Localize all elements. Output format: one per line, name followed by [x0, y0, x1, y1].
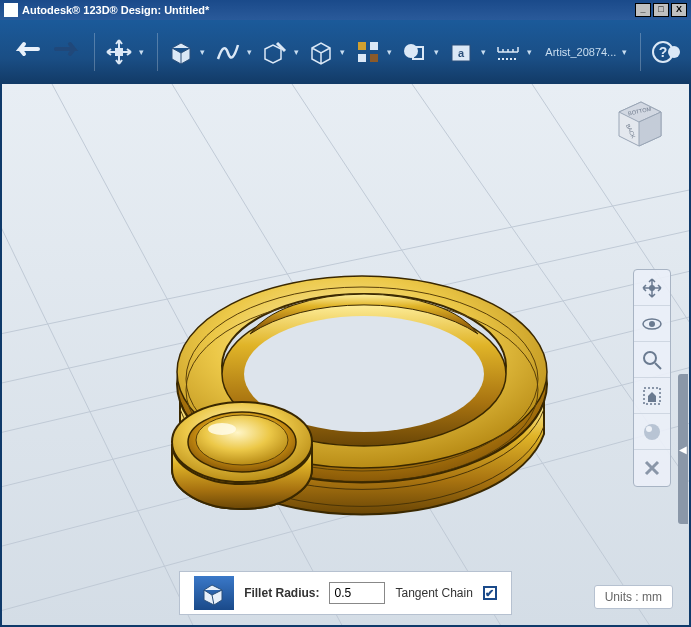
viewcube[interactable]: BOTTOM BACK: [609, 92, 669, 152]
app-name: Autodesk® 123D® Design:: [22, 4, 161, 16]
move-dropdown[interactable]: ▾: [139, 47, 147, 57]
combine-button[interactable]: a: [448, 32, 475, 72]
svg-rect-1: [358, 42, 366, 50]
model-gold-ring[interactable]: [132, 234, 562, 574]
svg-text:a: a: [458, 47, 465, 59]
magnifier-icon: [641, 349, 663, 371]
zoom-button[interactable]: [634, 342, 670, 378]
titlebar: Autodesk® 123D® Design: Untitled* _ □ X: [0, 0, 691, 20]
units-label: Units : mm: [605, 590, 662, 604]
pan-icon: [641, 277, 663, 299]
checkmark-icon: ✔: [485, 587, 494, 600]
cube-outline-icon: [308, 39, 334, 65]
svg-point-37: [649, 321, 655, 327]
fillet-radius-input[interactable]: [329, 582, 385, 604]
sketch-button[interactable]: [214, 32, 241, 72]
sphere-shaded-icon: [641, 421, 663, 443]
svg-line-39: [655, 363, 661, 369]
overlap-shapes-icon: [401, 39, 427, 65]
undo-button[interactable]: [10, 32, 44, 72]
svg-rect-2: [370, 42, 378, 50]
construct-dropdown[interactable]: ▾: [294, 47, 302, 57]
grouping-button[interactable]: [401, 32, 428, 72]
window-title: Autodesk® 123D® Design: Untitled*: [22, 4, 633, 16]
cube-shaded-icon: [168, 39, 194, 65]
cube-pencil-icon: [261, 39, 287, 65]
move-tool-button[interactable]: [105, 32, 133, 72]
svg-point-33: [196, 415, 288, 465]
fillet-radius-label: Fillet Radius:: [244, 586, 319, 600]
svg-point-10: [668, 46, 680, 58]
panel-expand-handle[interactable]: ◀: [678, 374, 688, 524]
app-icon: [4, 3, 18, 17]
sketch-spline-icon: [214, 39, 240, 65]
minimize-button[interactable]: _: [635, 3, 651, 17]
close-nav-button[interactable]: [634, 450, 670, 486]
svg-point-35: [649, 285, 655, 291]
pattern-button[interactable]: [354, 32, 381, 72]
close-button[interactable]: X: [671, 3, 687, 17]
tangent-chain-checkbox[interactable]: ✔: [483, 586, 497, 600]
fit-button[interactable]: [634, 378, 670, 414]
pattern-grid-icon: [356, 40, 380, 64]
grouping-dropdown[interactable]: ▾: [434, 47, 442, 57]
undo-arrow-icon: [10, 41, 44, 63]
modify-dropdown[interactable]: ▾: [340, 47, 348, 57]
svg-rect-0: [115, 48, 123, 56]
svg-point-38: [644, 352, 656, 364]
svg-point-34: [208, 423, 236, 435]
orbit-button[interactable]: [634, 306, 670, 342]
measure-dropdown[interactable]: ▾: [527, 47, 535, 57]
orbit-icon: [641, 313, 663, 335]
tangent-chain-label: Tangent Chain: [395, 586, 472, 600]
primitives-button[interactable]: [167, 32, 194, 72]
svg-rect-3: [358, 54, 366, 62]
fillet-tool-icon: [194, 576, 234, 610]
maximize-button[interactable]: □: [653, 3, 669, 17]
svg-point-41: [644, 424, 660, 440]
move-icon: [105, 38, 133, 66]
redo-arrow-icon: [50, 41, 84, 63]
svg-point-42: [646, 426, 652, 432]
toolbar-separator: [157, 33, 158, 71]
modify-button[interactable]: [308, 32, 335, 72]
primitives-dropdown[interactable]: ▾: [200, 47, 208, 57]
box-a-icon: a: [448, 39, 474, 65]
ruler-icon: [495, 39, 521, 65]
redo-button[interactable]: [50, 32, 84, 72]
units-button[interactable]: Units : mm: [594, 585, 673, 609]
toolbar-search-text: Artist_20874...: [545, 46, 616, 58]
viewport-3d[interactable]: BOTTOM BACK ◀ Fillet Radius: Tangent Cha…: [0, 84, 691, 627]
combine-dropdown[interactable]: ▾: [481, 47, 489, 57]
pattern-dropdown[interactable]: ▾: [387, 47, 395, 57]
help-icon: ?: [651, 37, 681, 67]
help-button[interactable]: ?: [651, 32, 681, 72]
material-toggle-button[interactable]: [634, 414, 670, 450]
document-name: Untitled*: [164, 4, 209, 16]
search-dropdown[interactable]: ▾: [622, 47, 630, 57]
x-icon: [642, 458, 662, 478]
main-toolbar: ▾ ▾ ▾ ▾ ▾ ▾ ▾ a ▾ ▾ Artist_20874... ▾ ?: [0, 20, 691, 84]
measure-button[interactable]: [495, 32, 522, 72]
tool-options-bar: Fillet Radius: Tangent Chain ✔: [2, 571, 689, 615]
fillet-options-group: Fillet Radius: Tangent Chain ✔: [179, 571, 512, 615]
svg-rect-4: [370, 54, 378, 62]
pan-button[interactable]: [634, 270, 670, 306]
navigation-bar: [633, 269, 671, 487]
svg-text:?: ?: [659, 44, 668, 60]
toolbar-separator: [640, 33, 641, 71]
sketch-dropdown[interactable]: ▾: [247, 47, 255, 57]
construct-button[interactable]: [261, 32, 288, 72]
toolbar-separator: [94, 33, 95, 71]
fit-extents-icon: [641, 385, 663, 407]
